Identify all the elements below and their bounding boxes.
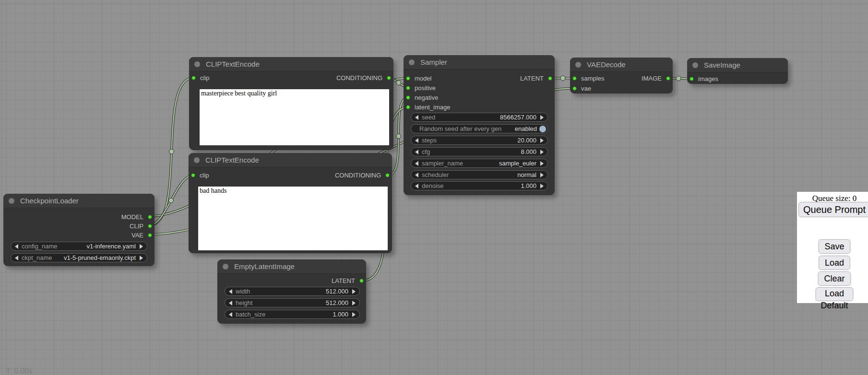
input-dot-model[interactable]	[406, 76, 410, 81]
input-slot-model: model	[406, 73, 431, 83]
collapse-dot-icon[interactable]	[9, 198, 14, 204]
widget-cfg[interactable]: cfg 8.000	[411, 147, 548, 156]
output-slot-conditioning: CONDITIONING	[335, 170, 390, 180]
widget-width[interactable]: width 512.000	[225, 287, 360, 296]
input-dot-positive[interactable]	[406, 86, 410, 90]
toggle-dot-icon[interactable]	[539, 126, 546, 132]
queue-prompt-button[interactable]: Queue Prompt	[798, 202, 868, 217]
input-slot-clip: clip	[191, 73, 210, 82]
output-dot-image[interactable]	[666, 76, 670, 81]
output-slot-conditioning: CONDITIONING	[336, 73, 391, 82]
widget-ckpt-name[interactable]: ckpt_name v1-5-pruned-emaonly.ckpt	[11, 253, 147, 262]
random-seed-toggle[interactable]: Random seed after every gen enabled	[411, 124, 548, 133]
input-dot-samples[interactable]	[572, 76, 577, 81]
output-dot-model[interactable]	[148, 215, 152, 219]
collapse-dot-icon[interactable]	[194, 157, 200, 163]
node-titlebar[interactable]: SaveImage	[687, 58, 788, 72]
node-vae-decode[interactable]: VAEDecode samples vae IMAGE	[570, 58, 673, 94]
positive-prompt-textarea[interactable]: masterpiece best quality girl	[200, 89, 389, 145]
execution-timer-label: T: 0.00s	[6, 367, 33, 375]
increment-arrow-icon[interactable]	[352, 312, 356, 317]
widget-scheduler[interactable]: scheduler normal	[411, 170, 548, 179]
input-dot-clip[interactable]	[191, 173, 195, 177]
node-titlebar[interactable]: EmptyLatentImage	[217, 259, 366, 274]
node-titlebar[interactable]: CheckpointLoader	[3, 194, 155, 208]
node-sampler[interactable]: Sampler model positive negative latent_i…	[404, 55, 555, 195]
node-checkpoint-loader[interactable]: CheckpointLoader MODEL CLIP VAE config_n…	[3, 194, 155, 266]
output-slot-latent: LATENT	[520, 73, 552, 83]
widget-denoise[interactable]: denoise 1.000	[411, 181, 548, 190]
increment-arrow-icon[interactable]	[140, 244, 143, 249]
input-slot-images: images	[690, 74, 718, 83]
node-titlebar[interactable]: CLIPTextEncode	[189, 153, 392, 167]
node-clip-text-encode-positive[interactable]: CLIPTextEncode clip CONDITIONING masterp…	[189, 57, 393, 150]
collapse-dot-icon[interactable]	[409, 59, 415, 65]
decrement-arrow-icon[interactable]	[15, 244, 18, 249]
decrement-arrow-icon[interactable]	[415, 115, 418, 120]
node-titlebar[interactable]: Sampler	[404, 55, 555, 70]
node-title-label: Sampler	[420, 58, 447, 66]
output-dot-latent[interactable]	[359, 279, 364, 283]
widget-sampler-name[interactable]: sampler_name sample_euler	[411, 159, 548, 168]
decrement-arrow-icon[interactable]	[15, 256, 18, 260]
input-dot-latent-image[interactable]	[406, 105, 410, 109]
increment-arrow-icon[interactable]	[540, 161, 544, 166]
output-dot-clip[interactable]	[148, 224, 152, 228]
decrement-arrow-icon[interactable]	[229, 301, 232, 305]
node-empty-latent-image[interactable]: EmptyLatentImage LATENT width 512.000 he…	[217, 259, 366, 324]
increment-arrow-icon[interactable]	[540, 150, 544, 154]
input-slot-vae: vae	[572, 83, 591, 93]
decrement-arrow-icon[interactable]	[415, 161, 418, 166]
widget-seed[interactable]: seed 8566257.000	[411, 113, 548, 122]
increment-arrow-icon[interactable]	[352, 289, 356, 294]
node-save-image[interactable]: SaveImage images	[687, 58, 788, 84]
increment-arrow-icon[interactable]	[352, 301, 356, 305]
link-clip-negative	[149, 176, 193, 225]
output-slot-vae: VAE	[131, 230, 152, 240]
collapse-dot-icon[interactable]	[692, 62, 698, 68]
output-slot-latent: LATENT	[332, 276, 364, 285]
node-title-label: CLIPTextEncode	[205, 156, 259, 164]
load-default-button[interactable]: Load Default	[815, 287, 853, 301]
load-button[interactable]: Load	[819, 256, 850, 270]
increment-arrow-icon[interactable]	[540, 138, 544, 143]
node-titlebar[interactable]: VAEDecode	[570, 58, 673, 72]
negative-prompt-textarea[interactable]: bad hands	[198, 187, 388, 250]
input-dot-vae[interactable]	[572, 86, 577, 91]
input-slot-latent-image: latent_image	[406, 102, 450, 112]
decrement-arrow-icon[interactable]	[229, 312, 232, 317]
widget-steps[interactable]: steps 20.000	[411, 136, 548, 145]
collapse-dot-icon[interactable]	[194, 61, 200, 67]
increment-arrow-icon[interactable]	[140, 256, 143, 260]
output-dot-conditioning[interactable]	[385, 173, 390, 177]
input-dot-negative[interactable]	[406, 95, 410, 100]
link-clip-positive	[149, 78, 194, 225]
node-clip-text-encode-negative[interactable]: CLIPTextEncode clip CONDITIONING bad han…	[189, 153, 392, 253]
increment-arrow-icon[interactable]	[540, 115, 544, 120]
output-slot-model: MODEL	[121, 212, 152, 222]
output-dot-conditioning[interactable]	[387, 76, 391, 80]
output-dot-latent[interactable]	[548, 76, 552, 81]
node-title-label: CLIPTextEncode	[206, 60, 260, 68]
collapse-dot-icon[interactable]	[575, 62, 581, 68]
decrement-arrow-icon[interactable]	[415, 184, 418, 188]
decrement-arrow-icon[interactable]	[229, 289, 232, 294]
clear-button[interactable]: Clear	[818, 271, 851, 286]
node-titlebar[interactable]: CLIPTextEncode	[189, 57, 393, 71]
increment-arrow-icon[interactable]	[540, 173, 544, 177]
input-dot-clip[interactable]	[191, 76, 196, 80]
increment-arrow-icon[interactable]	[540, 184, 544, 188]
collapse-dot-icon[interactable]	[223, 264, 228, 270]
node-title-label: EmptyLatentImage	[234, 262, 295, 270]
input-slot-samples: samples	[572, 73, 604, 83]
save-button[interactable]: Save	[818, 239, 850, 254]
decrement-arrow-icon[interactable]	[415, 150, 418, 154]
decrement-arrow-icon[interactable]	[415, 173, 418, 177]
widget-height[interactable]: height 512.000	[225, 298, 360, 307]
node-title-label: VAEDecode	[587, 60, 626, 69]
output-dot-vae[interactable]	[148, 233, 152, 237]
input-dot-images[interactable]	[690, 77, 694, 81]
widget-batch-size[interactable]: batch_size 1.000	[225, 310, 360, 319]
decrement-arrow-icon[interactable]	[415, 138, 418, 143]
widget-config-name[interactable]: config_name v1-inference.yaml	[11, 242, 147, 251]
